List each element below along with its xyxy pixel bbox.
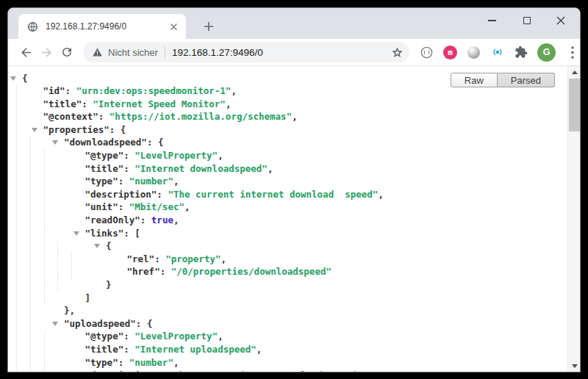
- json-row: "title": "Internet uploadspeed",: [8, 343, 567, 356]
- vertical-scrollbar[interactable]: [567, 66, 580, 372]
- json-row: "title": "Internet Speed Monitor",: [8, 98, 567, 111]
- json-row: "title": "Internet downloadspeed",: [8, 162, 567, 176]
- omnibox-divider: [165, 46, 165, 58]
- json-row: "type": "number",: [8, 175, 567, 188]
- json-row: ]: [8, 292, 567, 305]
- collapse-arrow-icon[interactable]: [74, 231, 79, 236]
- avatar-initial: G: [543, 47, 551, 57]
- reload-button[interactable]: [57, 42, 77, 62]
- forward-button[interactable]: [36, 42, 57, 62]
- json-row: "@context": "https://iot.mozilla.org/sch…: [8, 110, 567, 123]
- tab-strip: 192.168.1.27:9496/0: [8, 8, 580, 39]
- json-row: "href": "/0/properties/downloadspeed": [8, 265, 567, 278]
- globe-icon: [27, 21, 38, 32]
- extension-sphere-icon[interactable]: [467, 46, 481, 59]
- collapse-arrow-icon[interactable]: [32, 128, 37, 132]
- close-icon: [556, 16, 565, 25]
- window-close-button[interactable]: [549, 12, 573, 29]
- security-label: Nicht sicher: [108, 47, 158, 58]
- url-text[interactable]: 192.168.1.27:9496/0: [172, 47, 391, 58]
- json-row: "downloadspeed": {: [8, 136, 567, 149]
- json-row: },: [8, 304, 567, 317]
- json-viewer: {"id": "urn:dev:ops:speedmonitor-1","tit…: [8, 66, 567, 372]
- json-row: "description": "The current internet upl…: [8, 369, 567, 372]
- profile-avatar[interactable]: G: [537, 43, 556, 62]
- extension-m-letter: m: [448, 48, 453, 57]
- extension-signal-icon[interactable]: [490, 46, 504, 59]
- view-toggle: Raw Parsed: [451, 73, 555, 87]
- not-secure-warning-icon[interactable]: [92, 47, 103, 57]
- json-row: }: [8, 278, 567, 292]
- json-row: "properties": {: [8, 123, 567, 137]
- json-row: {: [8, 239, 567, 253]
- json-row: "type": "number",: [8, 356, 567, 369]
- extension-circle-icon[interactable]: [420, 46, 434, 59]
- page-content: Raw Parsed {"id": "urn:dev:ops:speedmoni…: [8, 66, 580, 372]
- extensions-puzzle-icon[interactable]: [514, 46, 528, 59]
- scroll-down-button[interactable]: [568, 360, 580, 372]
- scroll-up-button[interactable]: [568, 66, 580, 78]
- scrollbar-thumb[interactable]: [569, 79, 580, 131]
- parsed-button[interactable]: Parsed: [498, 73, 555, 87]
- collapse-arrow-icon[interactable]: [52, 140, 58, 145]
- json-row: "unit": "Mbit/sec",: [8, 201, 567, 214]
- address-bar[interactable]: Nicht sicher 192.168.1.27:9496/0: [83, 42, 409, 62]
- maximize-icon: [523, 17, 531, 24]
- forward-arrow-icon: [40, 46, 54, 59]
- json-row: "links": [: [8, 227, 567, 240]
- scroll-down-arrow-icon: [572, 364, 578, 368]
- tab-title: 192.168.1.27:9496/0: [46, 21, 167, 32]
- raw-button[interactable]: Raw: [451, 73, 498, 87]
- json-row: "uploadspeed": {: [8, 317, 567, 331]
- json-row: "rel": "property",: [8, 253, 567, 266]
- menu-kebab-icon[interactable]: [565, 46, 579, 59]
- browser-tab[interactable]: 192.168.1.27:9496/0: [18, 14, 186, 39]
- collapse-arrow-icon[interactable]: [94, 244, 100, 248]
- browser-window: 192.168.1.27:9496/0: [7, 7, 581, 372]
- scroll-up-arrow-icon: [572, 71, 578, 74]
- minimize-icon: [488, 20, 496, 21]
- json-row: "@type": "LevelProperty",: [8, 330, 567, 343]
- window-minimize-button[interactable]: [480, 12, 503, 29]
- collapse-arrow-icon[interactable]: [52, 322, 58, 326]
- collapse-arrow-icon[interactable]: [10, 76, 16, 81]
- browser-toolbar: Nicht sicher 192.168.1.27:9496/0 m: [8, 39, 580, 66]
- back-arrow-icon: [19, 46, 33, 59]
- json-row: "readOnly": true,: [8, 214, 567, 227]
- new-tab-button[interactable]: [199, 17, 218, 36]
- back-button[interactable]: [15, 42, 36, 62]
- bookmark-star-icon[interactable]: [391, 46, 404, 59]
- json-rows: {"id": "urn:dev:ops:speedmonitor-1","tit…: [8, 66, 567, 372]
- reload-icon: [60, 46, 74, 59]
- json-row: "description": "The current internet dow…: [8, 188, 567, 201]
- tab-close-icon[interactable]: [167, 20, 180, 33]
- extension-m-icon[interactable]: m: [443, 46, 457, 59]
- json-row: "@type": "LevelProperty",: [8, 149, 567, 162]
- extensions-row: m G: [420, 43, 579, 62]
- window-maximize-button[interactable]: [515, 12, 539, 29]
